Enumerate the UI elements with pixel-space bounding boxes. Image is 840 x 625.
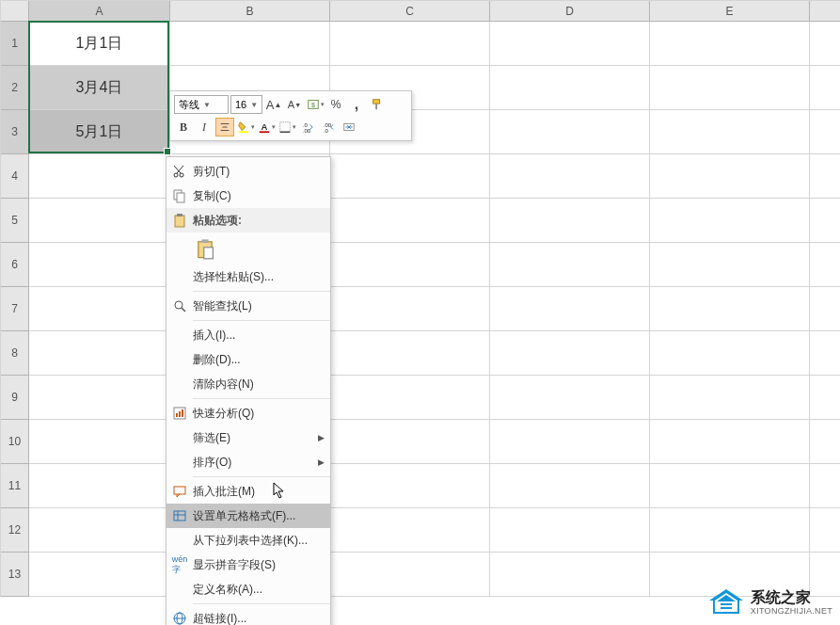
menu-cut-label: 剪切(T) — [193, 164, 325, 180]
cell-A1[interactable]: 1月1日 — [29, 22, 170, 66]
decrease-decimal-button[interactable]: .00.0 — [319, 118, 338, 136]
clipboard-icon — [194, 237, 216, 260]
menu-clear[interactable]: 清除内容(N) — [166, 372, 330, 396]
mini-toolbar: 等线 ▼ 16 ▼ A▲ A▼ $ ▾ % , B I ▾ A ▾ — [169, 90, 412, 141]
menu-paste-special[interactable]: 选择性粘贴(S)... — [166, 264, 330, 289]
cell-A4[interactable] — [29, 154, 170, 199]
fill-color-button[interactable]: ▾ — [236, 118, 255, 136]
svg-text:.0: .0 — [324, 127, 329, 134]
cut-icon — [166, 164, 193, 179]
increase-decimal-button[interactable]: .0.00 — [298, 118, 317, 136]
row-header-5[interactable]: 5 — [1, 199, 29, 243]
borders-button[interactable]: ▾ — [277, 118, 296, 136]
cell-D2[interactable] — [490, 66, 650, 110]
menu-insert-comment[interactable]: 插入批注(M) — [166, 479, 330, 504]
menu-insert[interactable]: 插入(I)... — [166, 323, 330, 347]
decrease-font-button[interactable]: A▼ — [285, 95, 304, 114]
row-header-7[interactable]: 7 — [1, 287, 29, 331]
font-name-value: 等线 — [179, 98, 199, 112]
menu-paste-options-label: 粘贴选项: — [166, 208, 330, 232]
row-header-3[interactable]: 3 — [1, 110, 29, 154]
bold-button[interactable]: B — [174, 118, 193, 136]
cell-A3[interactable]: 5月1日 — [29, 110, 170, 154]
row-header-9[interactable]: 9 — [1, 376, 29, 420]
font-color-icon: A — [258, 120, 271, 134]
menu-format-cells[interactable]: 设置单元格格式(F)... — [166, 504, 330, 528]
menu-copy[interactable]: 复制(C) — [166, 184, 330, 208]
svg-rect-22 — [177, 193, 184, 202]
font-size-combo[interactable]: 16 ▼ — [230, 95, 262, 114]
cell-A2[interactable]: 3月4日 — [29, 66, 170, 110]
menu-separator — [193, 291, 330, 292]
menu-dropdown-pick[interactable]: 从下拉列表中选择(K)... — [166, 528, 330, 553]
cell-E1[interactable] — [650, 22, 810, 66]
row-header-10[interactable]: 10 — [1, 420, 29, 464]
cell-B1[interactable] — [170, 22, 330, 66]
cell-E2[interactable] — [650, 66, 810, 110]
menu-show-phonetic[interactable]: wén字 显示拼音字段(S) — [166, 553, 330, 577]
paste-option-default[interactable] — [193, 236, 217, 261]
cell-C1[interactable] — [330, 22, 490, 66]
row-header-8[interactable]: 8 — [1, 331, 29, 376]
italic-button[interactable]: I — [195, 118, 214, 136]
cell-F1[interactable] — [810, 22, 840, 66]
cell-E3[interactable] — [650, 110, 810, 154]
format-painter-icon — [371, 98, 384, 111]
accounting-format-button[interactable]: $ ▾ — [306, 95, 325, 114]
row-header-1[interactable]: 1 — [1, 22, 29, 66]
svg-rect-33 — [182, 409, 183, 417]
col-header-B[interactable]: B — [170, 1, 330, 22]
increase-font-button[interactable]: A▲ — [264, 95, 283, 114]
watermark-url: XITONGZHIJIA.NET — [751, 606, 832, 617]
svg-rect-31 — [176, 413, 178, 417]
comma-button[interactable]: , — [347, 95, 366, 114]
menu-delete[interactable]: 删除(D)... — [166, 347, 330, 372]
svg-rect-7 — [238, 131, 248, 133]
svg-text:.00: .00 — [303, 127, 311, 134]
svg-rect-35 — [174, 511, 185, 521]
align-center-button[interactable] — [215, 118, 234, 136]
svg-rect-9 — [259, 131, 269, 133]
select-all-corner[interactable] — [1, 1, 29, 22]
menu-cut[interactable]: 剪切(T) — [166, 159, 330, 184]
row-header-12[interactable]: 12 — [1, 508, 29, 553]
cell-D1[interactable] — [490, 22, 650, 66]
menu-hyperlink[interactable]: 超链接(I)... — [166, 606, 330, 625]
row-header-4[interactable]: 4 — [1, 154, 29, 199]
svg-rect-32 — [179, 411, 181, 417]
font-name-combo[interactable]: 等线 ▼ — [174, 95, 229, 114]
row-header-2[interactable]: 2 — [1, 66, 29, 110]
cell-F3[interactable] — [810, 110, 840, 154]
phonetic-icon: wén字 — [166, 554, 193, 576]
svg-rect-10 — [279, 122, 290, 133]
menu-quick-analysis[interactable]: 快速分析(Q) — [166, 401, 330, 425]
format-painter-button[interactable] — [368, 95, 387, 114]
chevron-right-icon: ▶ — [318, 457, 325, 467]
menu-filter[interactable]: 筛选(E) ▶ — [166, 425, 330, 450]
col-header-F[interactable]: F — [810, 1, 840, 22]
svg-point-17 — [174, 173, 178, 177]
cell-D3[interactable] — [490, 110, 650, 154]
col-header-E[interactable]: E — [650, 1, 810, 22]
row-header-13[interactable]: 13 — [1, 553, 29, 597]
watermark-title: 系统之家 — [751, 588, 832, 606]
menu-paste-special-label: 选择性粘贴(S)... — [193, 269, 325, 285]
col-header-D[interactable]: D — [490, 1, 650, 22]
percent-button[interactable]: % — [326, 95, 345, 114]
menu-smart-lookup[interactable]: 智能查找(L) — [166, 294, 330, 318]
row-header-11[interactable]: 11 — [1, 464, 29, 508]
spreadsheet-grid[interactable]: A B C D E F 1 1月1日 2 3月4日 3 5月1日 4 5 6 7… — [0, 0, 840, 597]
hyperlink-icon — [166, 611, 193, 625]
svg-rect-23 — [175, 216, 184, 227]
menu-define-name[interactable]: 定义名称(A)... — [166, 577, 330, 601]
context-menu: 剪切(T) 复制(C) 粘贴选项: 选择性粘贴(S)... 智能查找(L) 插入… — [166, 156, 331, 625]
merge-center-button[interactable] — [340, 118, 358, 136]
menu-sort[interactable]: 排序(O) ▶ — [166, 450, 330, 474]
font-color-button[interactable]: A ▾ — [257, 118, 276, 136]
svg-point-28 — [175, 301, 182, 309]
col-header-C[interactable]: C — [330, 1, 490, 22]
align-center-icon — [218, 120, 231, 134]
cell-F2[interactable] — [810, 66, 840, 110]
col-header-A[interactable]: A — [29, 1, 170, 22]
row-header-6[interactable]: 6 — [1, 243, 29, 287]
